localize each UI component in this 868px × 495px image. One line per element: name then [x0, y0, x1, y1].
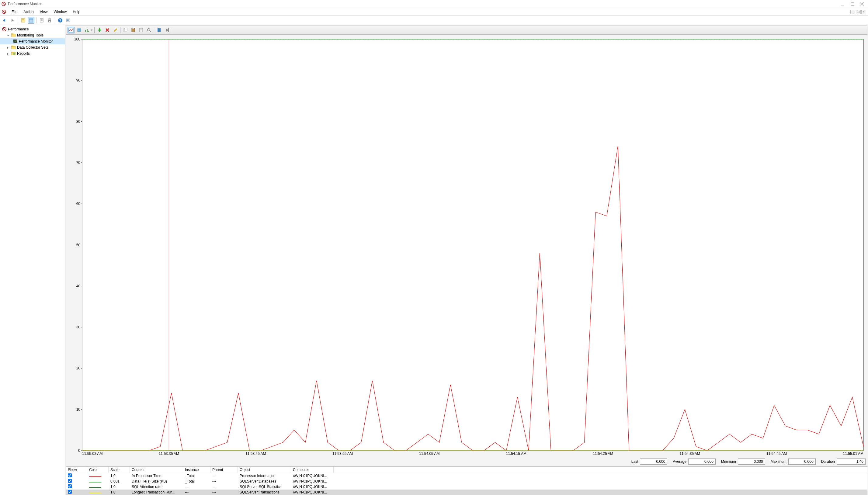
header-color[interactable]: Color [87, 467, 108, 473]
freeze-display-button[interactable] [155, 27, 163, 33]
help-button[interactable]: ? [57, 17, 64, 24]
header-scale[interactable]: Scale [108, 467, 130, 473]
cell-computer: \\WIN-01PQUOKNI... [291, 479, 334, 484]
zoom-button[interactable] [146, 27, 153, 33]
cell-object: SQLServer:Transactions [238, 490, 291, 495]
svg-rect-15 [49, 19, 50, 20]
svg-rect-16 [49, 21, 50, 22]
show-checkbox[interactable] [68, 474, 72, 477]
svg-text:?: ? [59, 19, 62, 22]
svg-text:10: 10 [76, 407, 81, 412]
mdi-close-button[interactable]: × [861, 10, 866, 14]
title-bar: Performance Monitor [0, 0, 868, 8]
svg-text:80: 80 [76, 119, 81, 124]
copy-properties-button[interactable] [122, 27, 129, 33]
graph-type-dropdown-caret[interactable]: ▼ [91, 29, 93, 32]
tree-reports[interactable]: ▸ Reports [0, 50, 65, 56]
main-toolbar: ? [0, 16, 868, 25]
color-swatch [89, 488, 101, 488]
show-checkbox[interactable] [68, 484, 72, 488]
svg-rect-43 [132, 28, 134, 29]
header-counter[interactable]: Counter [130, 467, 183, 473]
change-graph-type-button[interactable] [83, 27, 91, 33]
mdi-restore-button[interactable]: ❐ [856, 10, 861, 14]
show-hide-tree-button[interactable] [20, 17, 27, 24]
cell-object: SQLServer:SQL Statistics [238, 484, 291, 489]
header-computer[interactable]: Computer [291, 467, 334, 473]
svg-text:11:55:02 AM: 11:55:02 AM [82, 451, 102, 456]
customize-toolbar-button[interactable] [65, 17, 71, 24]
svg-rect-50 [157, 28, 159, 32]
cell-instance: --- [183, 490, 210, 495]
svg-text:30: 30 [76, 325, 81, 329]
svg-text:11:54:45 AM: 11:54:45 AM [766, 451, 787, 456]
tree-monitoring-tools[interactable]: ▾ Monitoring Tools [0, 32, 65, 38]
chart-node-icon [13, 39, 18, 44]
max-value: 0.000 [788, 459, 816, 465]
app-icon [1, 1, 6, 6]
svg-line-23 [3, 28, 5, 30]
minimize-button[interactable] [840, 2, 845, 6]
menu-help[interactable]: Help [70, 8, 83, 15]
menu-view[interactable]: View [37, 8, 51, 15]
header-parent[interactable]: Parent [210, 467, 238, 473]
header-show[interactable]: Show [66, 467, 87, 473]
cell-scale: 1.0 [108, 474, 130, 478]
header-object[interactable]: Object [238, 467, 291, 473]
svg-text:11:54:05 AM: 11:54:05 AM [419, 451, 440, 456]
tree-data-collector-sets[interactable]: ▸ Data Collector Sets [0, 45, 65, 50]
cell-object: Processor Information [238, 474, 291, 478]
perfmon-chart[interactable]: 010203040506070809010011:55:02 AM11:53:3… [68, 38, 865, 457]
cell-scale: 1.0 [108, 490, 130, 495]
tree-performance-monitor[interactable]: Performance Monitor [0, 38, 65, 45]
svg-rect-35 [88, 31, 89, 32]
last-label: Last [628, 459, 639, 464]
back-button[interactable] [1, 17, 8, 24]
svg-text:11:53:45 AM: 11:53:45 AM [245, 451, 266, 456]
cell-counter: Data File(s) Size (KB) [130, 479, 183, 484]
cell-instance: _Total [183, 479, 210, 484]
cell-counter: % Processor Time [130, 474, 183, 478]
highlight-button[interactable] [112, 27, 119, 33]
svg-text:40: 40 [76, 284, 81, 288]
cell-counter: Longest Transaction Run... [130, 490, 183, 495]
expand-icon[interactable]: ▸ [6, 46, 10, 49]
menu-window[interactable]: Window [51, 8, 70, 15]
properties-button[interactable] [38, 17, 45, 24]
svg-text:11:54:15 AM: 11:54:15 AM [506, 451, 526, 456]
view-current-activity-button[interactable] [68, 27, 75, 33]
show-checkbox[interactable] [68, 490, 72, 494]
close-button[interactable] [860, 2, 864, 6]
grid-row[interactable]: 1.0SQL Attention rate------SQLServer:SQL… [66, 484, 867, 490]
update-data-button[interactable] [163, 27, 171, 33]
view-log-data-button[interactable] [75, 27, 83, 33]
header-instance[interactable]: Instance [183, 467, 210, 473]
grid-row[interactable]: 1.0Longest Transaction Run...------SQLSe… [66, 490, 867, 495]
mdi-minimize-button[interactable]: _ [850, 10, 855, 14]
menu-action[interactable]: Action [20, 8, 36, 15]
last-value: 0.000 [640, 459, 667, 465]
grid-row[interactable]: 1.0% Processor Time_Total---Processor In… [66, 473, 867, 479]
cell-computer: \\WIN-01PQUOKNI... [291, 474, 334, 478]
paste-counter-list-button[interactable] [130, 27, 137, 33]
new-window-button[interactable] [28, 17, 34, 24]
cell-parent: --- [210, 479, 238, 484]
forward-button[interactable] [9, 17, 16, 24]
add-counter-button[interactable] [96, 27, 103, 33]
properties-button-chart[interactable] [137, 27, 145, 33]
svg-text:11:53:55 AM: 11:53:55 AM [333, 451, 353, 456]
print-button[interactable] [46, 17, 53, 24]
menu-file[interactable]: File [8, 8, 20, 15]
chart-area[interactable]: 010203040506070809010011:55:02 AM11:53:3… [65, 35, 868, 457]
cell-counter: SQL Attention rate [130, 484, 183, 489]
expand-icon[interactable]: ▸ [6, 52, 10, 55]
navigation-tree[interactable]: Performance ▾ Monitoring Tools Performan… [0, 25, 65, 495]
collapse-icon[interactable]: ▾ [6, 34, 10, 37]
counter-legend-grid[interactable]: Show Color Scale Counter Instance Parent… [66, 466, 867, 495]
maximize-button[interactable] [850, 2, 855, 6]
delete-counter-button[interactable] [104, 27, 111, 33]
grid-row[interactable]: 0.001Data File(s) Size (KB)_Total---SQLS… [66, 479, 867, 484]
tree-root-performance[interactable]: Performance [0, 26, 65, 32]
tree-root-label: Performance [8, 27, 29, 31]
show-checkbox[interactable] [68, 479, 72, 483]
